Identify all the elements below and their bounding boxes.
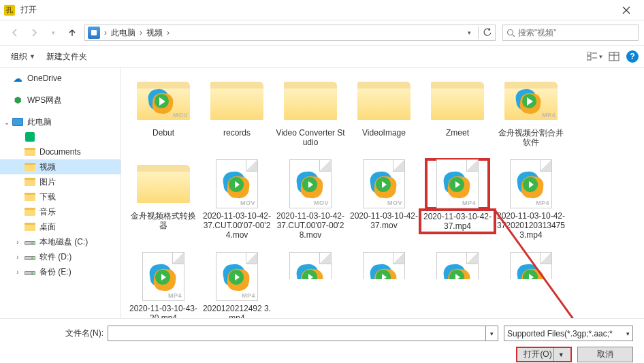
expand-icon[interactable]: › xyxy=(14,268,22,276)
up-button[interactable] xyxy=(63,25,82,41)
file-item[interactable]: MP42020-11-03-10-43-20.mp4 xyxy=(127,252,199,318)
file-item[interactable] xyxy=(421,252,494,279)
folder-item[interactable]: records xyxy=(201,76,273,147)
file-item[interactable] xyxy=(495,252,567,279)
sidebar-wps[interactable]: ⬢ WPS网盘 xyxy=(0,93,120,108)
sidebar-item-label: 视频 xyxy=(39,161,56,173)
view-thumbnails-button[interactable]: ▼ xyxy=(585,48,605,65)
search-input[interactable] xyxy=(518,25,638,40)
filename-input[interactable] xyxy=(108,326,486,341)
sidebar-item[interactable]: 下载 xyxy=(0,189,120,204)
nav-bar: ▾ › 此电脑 › 视频 › ▾ xyxy=(0,20,644,45)
sidebar-item[interactable]: 桌面 xyxy=(0,219,120,234)
address-bar[interactable]: › 此电脑 › 视频 › ▾ xyxy=(84,25,496,41)
organize-label: 组织 xyxy=(11,51,27,63)
cancel-button[interactable]: 取消 xyxy=(577,347,633,362)
3d-icon xyxy=(25,131,35,142)
refresh-button[interactable] xyxy=(480,25,495,40)
breadcrumb: › 此电脑 › 视频 › xyxy=(103,25,171,40)
svg-point-0 xyxy=(507,29,513,35)
sidebar-item[interactable]: Documents xyxy=(0,144,120,159)
sidebar-item-label: 图片 xyxy=(39,176,56,188)
file-item[interactable]: MP42020-11-03-10-42-3720201203134753.mp4 xyxy=(495,159,567,240)
new-folder-button[interactable]: 新建文件夹 xyxy=(41,48,93,65)
chevron-right-icon[interactable]: › xyxy=(138,28,144,37)
recent-button[interactable]: ▾ xyxy=(44,25,63,41)
sidebar-item[interactable]: ›本地磁盘 (C:) xyxy=(0,234,120,249)
file-item[interactable]: MOV2020-11-03-10-42-37.CUT.00'07-00'28.m… xyxy=(274,159,347,240)
item-label: 2020-11-03-10-42-37.CUT.00'07-00'28.mov xyxy=(274,211,347,240)
folder-item[interactable]: Video Converter Studio xyxy=(274,76,347,147)
chevron-right-icon[interactable]: › xyxy=(165,28,171,37)
sidebar-pc[interactable]: ⌄ 此电脑 xyxy=(0,114,120,129)
item-label: 2020-11-03-10-43-20.mp4 xyxy=(127,304,199,318)
organize-menu[interactable]: 组织 ▼ xyxy=(5,48,41,65)
chevron-right-icon[interactable]: › xyxy=(103,28,108,37)
address-dropdown[interactable]: ▾ xyxy=(462,25,477,40)
sidebar-item[interactable]: 音乐 xyxy=(0,204,120,219)
filename-dropdown[interactable]: ▾ xyxy=(486,326,498,341)
folder-item[interactable]: Zmeet xyxy=(421,76,494,147)
search-icon xyxy=(503,29,518,37)
crumb-videos[interactable]: 视频 xyxy=(144,27,165,39)
toolbar: 组织 ▼ 新建文件夹 ▼ ? xyxy=(0,45,644,68)
open-button[interactable]: 打开(O) ▼ xyxy=(516,347,572,362)
close-button[interactable] xyxy=(613,1,640,20)
window-title: 打开 xyxy=(20,4,613,16)
crumb-pc[interactable]: 此电脑 xyxy=(108,27,138,39)
folder-item[interactable]: VideoImage xyxy=(348,76,420,147)
svg-rect-1 xyxy=(587,52,591,55)
expand-icon[interactable]: › xyxy=(14,253,22,261)
drive-icon xyxy=(25,236,35,247)
file-item[interactable] xyxy=(348,252,420,279)
item-label: 2020-11-03-10-42-37.mov xyxy=(348,211,420,230)
file-type-filter[interactable]: Supported Files(*.3gp;*.aac;* ▾ xyxy=(504,326,633,341)
footer: 文件名(N): ▾ Supported Files(*.3gp;*.aac;* … xyxy=(0,318,644,363)
sidebar-item-label: 桌面 xyxy=(39,221,56,233)
help-button[interactable]: ? xyxy=(626,50,639,63)
sidebar-item[interactable]: ›软件 (D:) xyxy=(0,249,120,264)
item-label: 2020120212492 3.mp4 xyxy=(201,304,273,318)
sidebar-item[interactable]: 视频 xyxy=(0,159,120,174)
folder-item[interactable]: 金舟视频格式转换器 xyxy=(127,159,199,240)
back-button[interactable] xyxy=(5,25,25,41)
file-item[interactable] xyxy=(274,252,347,279)
expand-icon[interactable]: › xyxy=(14,238,22,246)
sidebar-item-label: 此电脑 xyxy=(27,116,52,128)
view-details-button[interactable] xyxy=(605,48,624,65)
chevron-down-icon: ▼ xyxy=(29,53,35,60)
cloud-icon: ☁ xyxy=(12,73,23,84)
folder-icon xyxy=(25,161,35,172)
folder-icon xyxy=(25,206,35,217)
item-label: 2020-11-03-10-42-3720201203134753.mp4 xyxy=(495,211,567,240)
cancel-label: 取消 xyxy=(597,349,613,360)
new-folder-label: 新建文件夹 xyxy=(46,51,87,63)
sidebar-item-label: 软件 (D:) xyxy=(39,251,71,263)
file-item[interactable]: MP42020120212492 3.mp4 xyxy=(201,252,273,318)
filter-label: Supported Files(*.3gp;*.aac;* xyxy=(507,329,613,338)
open-label: 打开(O) xyxy=(524,349,551,360)
sidebar-item-label: Documents xyxy=(39,147,81,157)
app-icon: 孔 xyxy=(4,5,15,16)
item-label: records xyxy=(223,128,251,138)
forward-button[interactable] xyxy=(25,25,44,41)
folder-item[interactable]: MOVDebut xyxy=(127,76,199,147)
sidebar: ☁ OneDrive ⬢ WPS网盘 ⌄ 此电脑 Documents视频图片下载… xyxy=(0,68,121,318)
sidebar-item-label: 下载 xyxy=(39,191,56,203)
file-item[interactable]: MOV2020-11-03-10-42-37.mov xyxy=(348,159,420,240)
sidebar-onedrive[interactable]: ☁ OneDrive xyxy=(0,71,120,86)
file-list[interactable]: MOVDebutrecordsVideo Converter StudioVid… xyxy=(121,68,644,318)
folder-icon xyxy=(25,176,35,187)
sidebar-item[interactable]: 图片 xyxy=(0,174,120,189)
file-item[interactable]: MOV2020-11-03-10-42-37.CUT.00'07-00'24.m… xyxy=(201,159,273,240)
sidebar-item-label: OneDrive xyxy=(27,74,62,83)
folder-icon xyxy=(25,146,35,157)
item-label: 2020-11-03-10-42-37.CUT.00'07-00'24.mov xyxy=(201,211,273,240)
file-item[interactable]: MP42020-11-03-10-42-37.mp4 xyxy=(421,159,494,240)
expand-icon[interactable]: ⌄ xyxy=(3,119,11,126)
sidebar-item[interactable]: ›备份 (E:) xyxy=(0,264,120,279)
folder-item[interactable]: MP4金舟视频分割合并软件 xyxy=(495,76,567,147)
item-label: VideoImage xyxy=(362,128,406,138)
search-box[interactable] xyxy=(502,25,639,41)
sidebar-item[interactable] xyxy=(0,129,120,144)
